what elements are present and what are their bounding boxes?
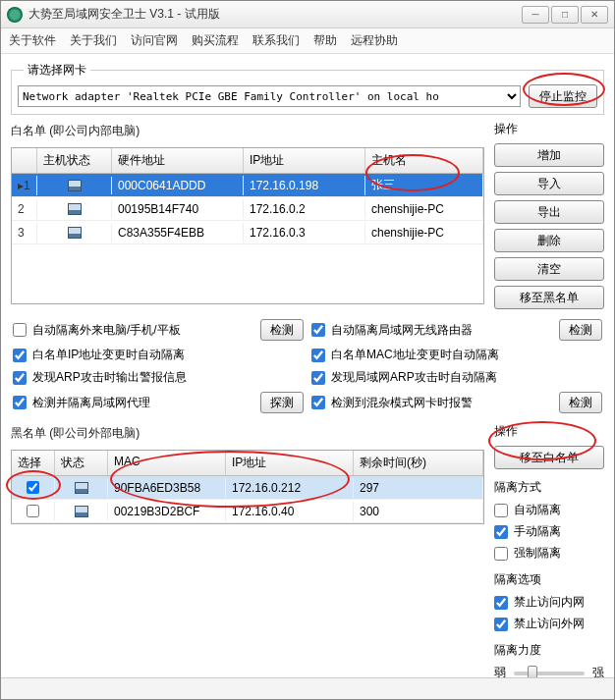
- whitelist-header-ip[interactable]: IP地址: [244, 148, 365, 173]
- blacklist-header-time[interactable]: 剩余时间(秒): [354, 451, 483, 475]
- host-status-icon: [37, 200, 112, 218]
- option-label: 自动隔离局域网无线路由器: [331, 322, 553, 339]
- whitelist-op-button[interactable]: 移至黑名单: [494, 286, 604, 309]
- cell-ip: 172.16.0.40: [226, 502, 354, 521]
- isolate-opt-label: 禁止访问外网: [514, 616, 585, 632]
- menu-contact[interactable]: 联系我们: [252, 32, 300, 49]
- blacklist-title: 黑名单 (即公司外部电脑): [11, 425, 484, 442]
- option-checkbox[interactable]: [13, 323, 27, 337]
- blacklist-header-ip[interactable]: IP地址: [226, 451, 354, 475]
- option-action-button[interactable]: 检测: [559, 392, 602, 413]
- isolate-opt-label: 禁止访问内网: [514, 594, 585, 611]
- cell-time: 300: [354, 502, 483, 521]
- whitelist-header-blank: [12, 148, 37, 173]
- strength-strong: 强: [592, 665, 604, 677]
- option-label: 发现局域网ARP攻击时自动隔离: [331, 369, 602, 386]
- host-status-icon: [37, 177, 112, 194]
- row-checkbox[interactable]: [27, 505, 39, 517]
- blacklist-row[interactable]: 90FBA6ED3B58172.16.0.212297: [12, 476, 483, 500]
- whitelist-header-host[interactable]: 主机名: [365, 148, 483, 173]
- whitelist-header-status[interactable]: 主机状态: [37, 148, 112, 173]
- strength-weak: 弱: [494, 665, 506, 677]
- isolate-mode-label: 手动隔离: [514, 523, 561, 540]
- cell-ip: 172.16.0.198: [244, 176, 365, 195]
- cell-select[interactable]: [12, 502, 55, 520]
- menu-help[interactable]: 帮助: [313, 32, 337, 49]
- menu-remote-assist[interactable]: 远程协助: [351, 32, 398, 49]
- option-checkbox[interactable]: [311, 349, 325, 362]
- row-marker: 2: [12, 199, 37, 219]
- whitelist-op-button[interactable]: 导出: [494, 200, 604, 224]
- cell-select[interactable]: [12, 478, 55, 497]
- option-checkbox[interactable]: [311, 323, 325, 337]
- isolate-opts-title: 隔离选项: [494, 571, 604, 588]
- option-checkbox[interactable]: [13, 396, 27, 409]
- cell-mac: 00195B14F740: [112, 199, 244, 219]
- nic-select[interactable]: Network adapter 'Realtek PCIe GBE Family…: [18, 85, 521, 107]
- minimize-button[interactable]: ─: [522, 6, 549, 24]
- cell-host: 张三: [365, 174, 483, 196]
- isolate-mode-checkbox[interactable]: [494, 547, 508, 561]
- host-status-icon: [55, 479, 108, 497]
- cell-time: 297: [354, 478, 483, 498]
- whitelist-row[interactable]: 3C83A355F4EBB172.16.0.3chenshijie-PC: [12, 221, 483, 244]
- option-checkbox[interactable]: [13, 371, 27, 385]
- row-checkbox[interactable]: [27, 481, 39, 494]
- stop-monitor-button[interactable]: 停止监控: [529, 84, 597, 108]
- menu-purchase[interactable]: 购买流程: [192, 32, 239, 49]
- cell-mac: 90FBA6ED3B58: [108, 478, 226, 498]
- option-action-button[interactable]: 检测: [260, 319, 304, 341]
- whitelist-op-button[interactable]: 清空: [494, 257, 604, 281]
- option-checkbox[interactable]: [311, 371, 325, 385]
- whitelist-row[interactable]: ▸1000C0641ADDD172.16.0.198张三: [12, 174, 483, 197]
- blacklist-header-select[interactable]: 选择: [12, 451, 55, 475]
- strength-slider[interactable]: [514, 672, 585, 675]
- option-label: 发现ARP攻击时输出警报信息: [32, 369, 304, 386]
- whitelist-header-mac[interactable]: 硬件地址: [112, 148, 244, 173]
- blacklist-table: 选择 状态 MAC IP地址 剩余时间(秒) 90FBA6ED3B58172.1…: [11, 450, 484, 524]
- whitelist-op-button[interactable]: 导入: [494, 172, 604, 195]
- option-checkbox[interactable]: [13, 349, 27, 362]
- option-action-button[interactable]: 检测: [559, 319, 602, 341]
- cell-mac: C83A355F4EBB: [112, 223, 244, 242]
- menu-visit-site[interactable]: 访问官网: [131, 32, 178, 49]
- cell-ip: 172.16.0.3: [244, 223, 365, 242]
- whitelist-op-button[interactable]: 增加: [494, 143, 604, 167]
- maximize-button[interactable]: □: [551, 6, 579, 24]
- cell-host: chenshijie-PC: [365, 199, 483, 219]
- app-icon: [7, 7, 23, 23]
- option-checkbox[interactable]: [311, 396, 325, 409]
- whitelist-op-button[interactable]: 删除: [494, 229, 604, 252]
- nic-label: 请选择网卡: [24, 62, 90, 79]
- whitelist-table: 主机状态 硬件地址 IP地址 主机名 ▸1000C0641ADDD172.16.…: [11, 147, 484, 304]
- host-status-icon: [37, 224, 112, 242]
- cell-host: chenshijie-PC: [365, 223, 483, 242]
- option-label: 白名单MAC地址变更时自动隔离: [331, 347, 602, 363]
- cell-ip: 172.16.0.2: [244, 199, 365, 219]
- blacklist-row[interactable]: 00219B3D2BCF172.16.0.40300: [12, 500, 483, 523]
- isolate-opt-checkbox[interactable]: [494, 618, 508, 631]
- whitelist-row[interactable]: 200195B14F740172.16.0.2chenshijie-PC: [12, 197, 483, 221]
- option-label: 检测并隔离局域网代理: [32, 395, 254, 411]
- menu-about-us[interactable]: 关于我们: [70, 32, 117, 49]
- options-grid: 自动隔离外来电脑/手机/平板检测自动隔离局域网无线路由器检测白名单IP地址变更时…: [11, 315, 604, 417]
- row-marker: ▸1: [12, 176, 37, 195]
- blacklist-header-mac[interactable]: MAC: [108, 451, 226, 475]
- blacklist-header-status[interactable]: 状态: [55, 451, 108, 475]
- cell-ip: 172.16.0.212: [226, 478, 354, 498]
- option-action-button[interactable]: 探测: [260, 392, 304, 413]
- close-button[interactable]: ✕: [581, 6, 608, 24]
- isolate-mode-label: 自动隔离: [514, 502, 561, 518]
- isolate-mode-checkbox[interactable]: [494, 504, 508, 517]
- statusbar: [1, 677, 614, 699]
- cell-mac: 000C0641ADDD: [112, 176, 244, 195]
- isolate-mode-checkbox[interactable]: [494, 525, 508, 539]
- cell-mac: 00219B3D2BCF: [108, 502, 226, 521]
- move-to-whitelist-button[interactable]: 移至白名单: [494, 446, 604, 469]
- isolate-opt-checkbox[interactable]: [494, 596, 508, 610]
- menu-about-software[interactable]: 关于软件: [9, 32, 56, 49]
- option-label: 白名单IP地址变更时自动隔离: [32, 347, 304, 363]
- isolate-mode-title: 隔离方式: [494, 479, 604, 496]
- menubar: 关于软件 关于我们 访问官网 购买流程 联系我们 帮助 远程协助: [1, 28, 614, 54]
- titlebar: 大势至局域网安全卫士 V3.1 - 试用版 ─ □ ✕: [1, 1, 614, 28]
